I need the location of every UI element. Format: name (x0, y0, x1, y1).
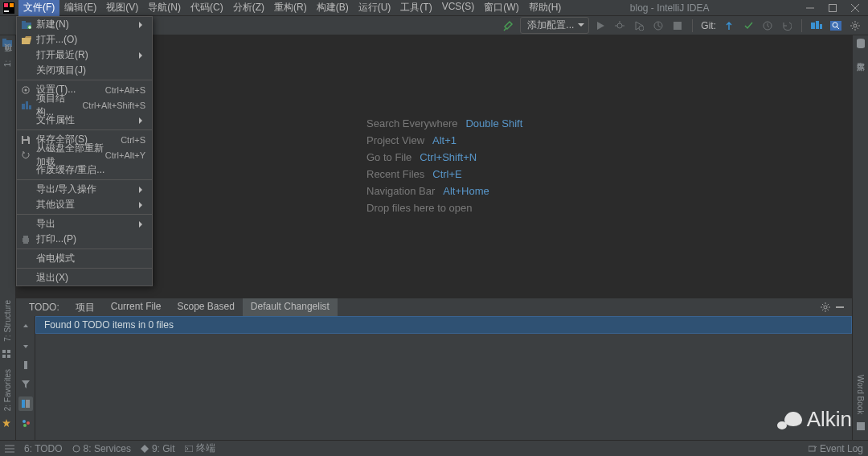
menu-item-label: 作废缓存/重启... (35, 163, 145, 177)
todo-tab[interactable]: Current File (103, 298, 170, 317)
collapse-icon[interactable] (833, 300, 847, 314)
file-menu-item[interactable]: 退出(X) (17, 270, 152, 286)
statusbar-menu-icon[interactable] (5, 445, 14, 453)
window-title: blog - IntelliJ IDEA (534, 2, 805, 14)
git-update-icon[interactable] (721, 18, 737, 34)
favorites-star-icon[interactable] (2, 419, 14, 430)
filter-icon[interactable] (18, 377, 33, 392)
file-menu-item[interactable]: 文件属性 (17, 113, 152, 128)
menu-1[interactable]: 编辑(E) (59, 0, 101, 16)
welcome-hint: Drop files here to open (366, 202, 522, 214)
group-icon[interactable] (18, 416, 33, 430)
todo-tab[interactable]: Default Changelist (243, 298, 338, 317)
svg-rect-5 (829, 4, 837, 11)
todo-tab[interactable]: Scope Based (169, 298, 242, 317)
file-menu-item[interactable]: 作废缓存/重启... (17, 162, 152, 178)
search-everywhere-icon[interactable] (828, 18, 844, 34)
database-tool-button[interactable]: 数据库 (855, 53, 866, 60)
settings-gear-icon[interactable] (847, 18, 863, 34)
stop-icon[interactable] (669, 18, 686, 34)
file-menu-item[interactable]: 关闭项目(J) (17, 63, 152, 78)
menu-0[interactable]: 文件(F) (18, 0, 59, 16)
run-icon[interactable] (592, 18, 608, 34)
coverage-icon[interactable] (631, 18, 647, 34)
svg-point-49 (27, 421, 30, 425)
submenu-arrow-icon (139, 117, 145, 124)
debug-icon[interactable] (612, 18, 628, 34)
svg-rect-47 (26, 400, 30, 408)
structure-tool-button[interactable]: 7: Structure (3, 297, 12, 345)
file-menu-item[interactable]: 导出/导入操作 (17, 182, 152, 197)
file-menu-item[interactable]: 项目结构...Ctrl+Alt+Shift+S (17, 97, 152, 113)
todo-tab[interactable]: 项目 (68, 298, 103, 317)
structure-icon[interactable] (2, 350, 14, 361)
new-icon (22, 21, 35, 29)
svg-point-34 (25, 88, 27, 91)
menu-10[interactable]: VCS(S) (437, 0, 480, 16)
project-icon[interactable] (2, 39, 14, 50)
file-menu-item[interactable]: 打开最近(R) (17, 47, 152, 63)
preview-icon[interactable] (18, 396, 33, 411)
profile-icon[interactable] (650, 18, 666, 34)
favorites-tool-button[interactable]: 2: Favorites (3, 366, 12, 414)
statusbar-git[interactable]: 9: Git (141, 443, 175, 454)
build-hammer-icon[interactable] (501, 18, 517, 34)
gear-icon[interactable] (818, 300, 833, 314)
submenu-arrow-icon (139, 202, 145, 208)
run-config-dropdown[interactable]: 添加配置... (520, 17, 589, 34)
file-menu-item[interactable]: 打印...(P) (17, 232, 152, 247)
minimize-icon[interactable] (805, 3, 815, 13)
database-icon[interactable] (857, 39, 865, 48)
todo-found-message: Found 0 TODO items in 0 files (35, 316, 852, 334)
autoscroll-icon[interactable] (18, 358, 33, 372)
file-menu-item[interactable]: 其他设置 (17, 197, 152, 212)
welcome-hint: Navigation BarAlt+Home (366, 185, 522, 197)
menu-item-label: 导出 (35, 217, 139, 231)
wordbook-icon[interactable] (857, 422, 865, 430)
menu-7[interactable]: 构建(B) (312, 0, 354, 16)
maximize-icon[interactable] (828, 3, 837, 13)
file-menu-item[interactable]: 省电模式 (17, 251, 152, 266)
git-rollback-icon[interactable] (779, 18, 795, 34)
close-icon[interactable] (850, 3, 860, 13)
collapse-all-icon[interactable] (18, 319, 33, 334)
app-logo-icon (2, 1, 16, 15)
svg-rect-26 (7, 350, 10, 353)
svg-point-43 (824, 306, 827, 309)
menu-8[interactable]: 运行(U) (354, 0, 396, 16)
menu-4[interactable]: 代码(C) (186, 0, 228, 16)
menu-3[interactable]: 导航(N) (143, 0, 186, 16)
svg-rect-25 (2, 350, 6, 353)
menu-6[interactable]: 重构(R) (269, 0, 312, 16)
file-menu-item[interactable]: 打开...(O) (17, 32, 152, 47)
window-controls (805, 3, 868, 13)
menu-2[interactable]: 视图(V) (101, 0, 143, 16)
menu-9[interactable]: 工具(T) (395, 0, 436, 16)
statusbar-eventlog[interactable]: Event Log (809, 443, 863, 454)
statusbar: 6: TODO 8: Services 9: Git 终端 Event Log (0, 440, 868, 456)
statusbar-todo[interactable]: 6: TODO (24, 443, 63, 454)
file-menu-item[interactable]: 从磁盘全部重新加载Ctrl+Alt+Y (17, 147, 152, 162)
git-label: Git: (699, 20, 718, 31)
project-structure-icon[interactable] (809, 18, 825, 34)
git-history-icon[interactable] (760, 18, 776, 34)
menu-5[interactable]: 分析(Z) (228, 0, 269, 16)
reload-icon (22, 151, 35, 159)
git-commit-icon[interactable] (740, 18, 756, 34)
file-menu-item[interactable]: 导出 (17, 216, 152, 232)
svg-rect-55 (185, 446, 193, 452)
welcome-hint: Recent FilesCtrl+E (366, 168, 522, 180)
svg-rect-1 (4, 3, 8, 7)
menu-item-label: 新建(N) (35, 18, 139, 31)
svg-rect-14 (674, 22, 682, 30)
file-menu-dropdown[interactable]: 新建(N)打开...(O)打开最近(R)关闭项目(J)设置(T)...Ctrl+… (16, 16, 153, 286)
project-tool-button[interactable]: 1: 项目 (2, 55, 14, 70)
expand-all-icon[interactable] (18, 339, 33, 353)
svg-rect-2 (10, 3, 14, 7)
menu-11[interactable]: 窗口(W) (479, 0, 523, 16)
svg-rect-17 (816, 21, 819, 29)
statusbar-services[interactable]: 8: Services (72, 443, 131, 454)
wordbook-tool-button[interactable]: Word Book (856, 372, 865, 417)
statusbar-terminal[interactable]: 终端 (185, 442, 215, 455)
file-menu-item[interactable]: 新建(N) (17, 17, 152, 32)
